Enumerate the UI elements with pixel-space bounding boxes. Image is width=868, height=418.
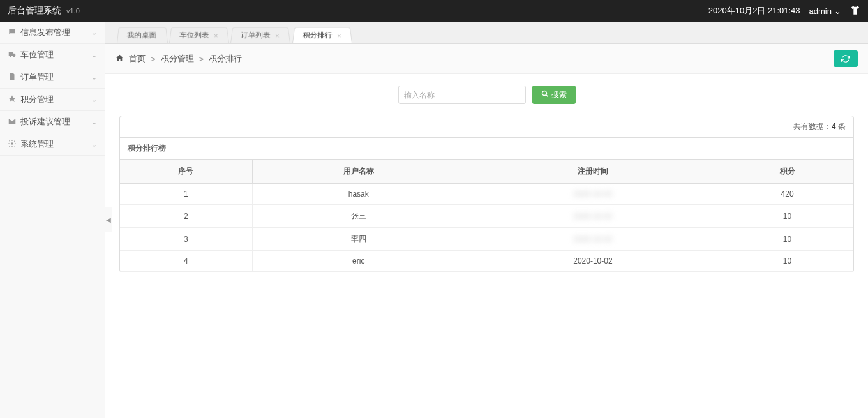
total-count: 4 bbox=[832, 122, 836, 131]
cell-date: 2020-10-02 bbox=[465, 251, 721, 272]
truck-icon bbox=[8, 50, 17, 61]
cell-score: 10 bbox=[721, 205, 853, 228]
chevron-down-icon: ⌄ bbox=[91, 29, 97, 37]
sidebar-item-1[interactable]: 车位管理⌄ bbox=[0, 44, 105, 66]
svg-point-2 bbox=[11, 142, 13, 145]
breadcrumb-home[interactable]: 首页 bbox=[129, 53, 146, 64]
user-menu[interactable]: admin ⌄ bbox=[809, 6, 841, 16]
sidebar-item-5[interactable]: 系统管理⌄ bbox=[0, 133, 105, 156]
search-button[interactable]: 搜索 bbox=[532, 86, 576, 104]
breadcrumb-sep: > bbox=[151, 54, 156, 64]
panel-title: 积分排行榜 bbox=[120, 138, 853, 160]
column-header: 注册时间 bbox=[465, 160, 721, 184]
user-name: admin bbox=[809, 6, 832, 16]
close-icon[interactable]: × bbox=[214, 32, 218, 39]
sidebar-item-label: 系统管理 bbox=[20, 138, 54, 150]
sidebar-item-label: 车位管理 bbox=[20, 49, 54, 61]
sidebar-item-2[interactable]: 订单管理⌄ bbox=[0, 66, 105, 89]
star-icon bbox=[8, 94, 17, 105]
gear-icon bbox=[8, 139, 17, 150]
tab-label: 积分排行 bbox=[302, 31, 332, 40]
mail-icon bbox=[8, 117, 17, 128]
sidebar-item-label: 积分管理 bbox=[20, 94, 54, 105]
breadcrumb-sep: > bbox=[199, 54, 204, 64]
chevron-down-icon: ⌄ bbox=[91, 96, 97, 104]
top-header: 后台管理系统 v1.0 2020年10月2日 21:01:43 admin ⌄ bbox=[0, 0, 868, 22]
ranking-table: 序号用户名称注册时间积分 1hasak2020-10-024202张三2020-… bbox=[120, 160, 853, 272]
tab-0[interactable]: 我的桌面 bbox=[117, 27, 168, 43]
cell-index: 2 bbox=[120, 205, 252, 228]
cell-name: eric bbox=[252, 251, 465, 272]
total-suffix: 条 bbox=[836, 122, 846, 131]
sidebar-item-4[interactable]: 投诉建议管理⌄ bbox=[0, 111, 105, 133]
sidebar-item-label: 信息发布管理 bbox=[20, 27, 70, 38]
search-input[interactable] bbox=[398, 86, 526, 104]
sidebar-item-label: 订单管理 bbox=[20, 71, 54, 83]
table-row: 2张三2020-10-0210 bbox=[120, 205, 853, 228]
app-version: v1.0 bbox=[66, 7, 80, 15]
cell-score: 420 bbox=[721, 184, 853, 205]
tab-label: 订单列表 bbox=[241, 31, 271, 40]
app-title: 后台管理系统 bbox=[8, 5, 61, 17]
cell-date: 2020-10-02 bbox=[465, 184, 721, 205]
sidebar-item-label: 投诉建议管理 bbox=[20, 116, 70, 128]
tab-2[interactable]: 订单列表× bbox=[230, 27, 290, 43]
header-left: 后台管理系统 v1.0 bbox=[8, 5, 80, 17]
tab-1[interactable]: 车位列表× bbox=[169, 27, 229, 43]
chevron-down-icon: ⌄ bbox=[91, 118, 97, 126]
cell-score: 10 bbox=[721, 251, 853, 272]
tab-label: 我的桌面 bbox=[126, 31, 156, 40]
tshirt-icon[interactable] bbox=[850, 5, 860, 17]
tab-bar: 我的桌面车位列表×订单列表×积分排行× bbox=[105, 22, 868, 44]
cell-index: 3 bbox=[120, 228, 252, 251]
header-right: 2020年10月2日 21:01:43 admin ⌄ bbox=[708, 5, 860, 17]
breadcrumb-parent[interactable]: 积分管理 bbox=[161, 53, 194, 64]
column-header: 用户名称 bbox=[252, 160, 465, 184]
table-row: 4eric2020-10-0210 bbox=[120, 251, 853, 272]
breadcrumb-bar: 首页 > 积分管理 > 积分排行 bbox=[105, 44, 868, 74]
panel-header: 共有数据：4 条 bbox=[120, 116, 853, 138]
cell-name: 张三 bbox=[252, 205, 465, 228]
column-header: 序号 bbox=[120, 160, 252, 184]
sidebar-collapse-handle[interactable]: ◀ bbox=[105, 207, 112, 232]
close-icon[interactable]: × bbox=[275, 32, 280, 39]
breadcrumb: 首页 > 积分管理 > 积分排行 bbox=[116, 53, 242, 64]
cell-date: 2020-10-02 bbox=[465, 205, 721, 228]
sidebar: 信息发布管理⌄车位管理⌄订单管理⌄积分管理⌄投诉建议管理⌄系统管理⌄ bbox=[0, 22, 105, 418]
total-label: 共有数据： bbox=[793, 122, 832, 131]
close-icon[interactable]: × bbox=[337, 32, 341, 39]
column-header: 积分 bbox=[721, 160, 853, 184]
chevron-down-icon: ⌄ bbox=[91, 140, 97, 149]
chevron-down-icon: ⌄ bbox=[91, 73, 97, 82]
search-icon bbox=[541, 90, 549, 100]
svg-point-3 bbox=[542, 91, 546, 96]
breadcrumb-current: 积分排行 bbox=[209, 53, 242, 64]
table-row: 1hasak2020-10-02420 bbox=[120, 184, 853, 205]
page-content: 搜索 共有数据：4 条 积分排行榜 序号用户名称注册时间积分 1hasak202… bbox=[105, 74, 868, 284]
cell-name: hasak bbox=[252, 184, 465, 205]
home-icon bbox=[116, 54, 124, 64]
chevron-down-icon: ⌄ bbox=[834, 6, 841, 16]
datetime-label: 2020年10月2日 21:01:43 bbox=[708, 5, 800, 17]
svg-point-1 bbox=[13, 56, 15, 57]
main-content: ◀ 我的桌面车位列表×订单列表×积分排行× 首页 > 积分管理 > 积分排行 bbox=[105, 22, 868, 418]
cell-date: 2020-10-02 bbox=[465, 228, 721, 251]
chat-icon bbox=[8, 27, 17, 38]
svg-point-0 bbox=[10, 56, 11, 57]
refresh-button[interactable] bbox=[834, 50, 858, 67]
sidebar-item-3[interactable]: 积分管理⌄ bbox=[0, 89, 105, 111]
cell-index: 1 bbox=[120, 184, 252, 205]
sidebar-item-0[interactable]: 信息发布管理⌄ bbox=[0, 22, 105, 44]
svg-line-4 bbox=[546, 95, 548, 97]
cell-index: 4 bbox=[120, 251, 252, 272]
search-button-label: 搜索 bbox=[551, 89, 567, 100]
data-panel: 共有数据：4 条 积分排行榜 序号用户名称注册时间积分 1hasak2020-1… bbox=[119, 116, 854, 272]
chevron-down-icon: ⌄ bbox=[91, 51, 97, 59]
cell-score: 10 bbox=[721, 228, 853, 251]
tab-label: 车位列表 bbox=[179, 31, 209, 40]
tab-3[interactable]: 积分排行× bbox=[292, 27, 352, 43]
table-row: 3李四2020-10-0210 bbox=[120, 228, 853, 251]
cell-name: 李四 bbox=[252, 228, 465, 251]
search-bar: 搜索 bbox=[119, 86, 854, 104]
file-icon bbox=[8, 72, 17, 83]
